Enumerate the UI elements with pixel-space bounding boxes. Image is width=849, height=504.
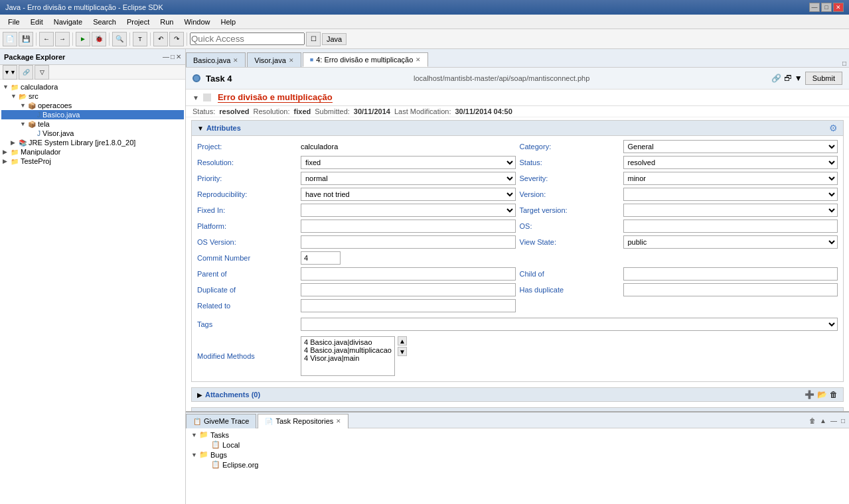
link-with-editor-btn[interactable]: 🔗: [19, 65, 33, 80]
tree-item-calculadora[interactable]: ▼ 📁 calculadora: [1, 82, 184, 92]
parent-of-input[interactable]: [301, 267, 516, 281]
attachments-actions: ➕ 📂 🗑: [805, 390, 838, 399]
tree-label-manipulador: Manipulador: [21, 148, 61, 156]
undo-btn[interactable]: ↶: [153, 32, 168, 46]
lower-tree-eclipse[interactable]: 📋 Eclipse.org: [190, 460, 845, 470]
submit-button[interactable]: Submit: [805, 72, 842, 85]
giveme-tab-icon: 📋: [193, 418, 201, 425]
view-state-select[interactable]: public: [623, 235, 838, 249]
collapse-attributes-btn[interactable]: ▼: [197, 125, 204, 132]
minimize-btn[interactable]: —: [809, 3, 820, 12]
tree-item-testeproj[interactable]: ▶ 📁 TesteProj: [1, 157, 184, 166]
tags-select[interactable]: [301, 318, 838, 331]
reproducibility-select[interactable]: have not tried: [301, 188, 516, 201]
tree-item-jre[interactable]: ▶ 📚 JRE System Library [jre1.8.0_20]: [1, 138, 184, 147]
status-select[interactable]: resolved: [623, 156, 838, 169]
debug-btn[interactable]: 🐞: [92, 32, 106, 46]
menu-project[interactable]: Project: [121, 17, 155, 27]
commit-number-input[interactable]: [301, 251, 341, 265]
java-perspective-label[interactable]: Java: [322, 33, 347, 45]
tree-item-visor[interactable]: J Visor.java: [1, 129, 184, 138]
forward-btn[interactable]: →: [55, 32, 70, 46]
search-btn[interactable]: 🔍: [112, 32, 127, 46]
new-btn[interactable]: 📄: [3, 32, 17, 46]
resolution-select[interactable]: fixed: [301, 156, 516, 169]
lower-panel-up-btn[interactable]: ▲: [818, 417, 828, 424]
tab-task4[interactable]: ■ 4: Erro divisão e multiplicação ✕: [303, 52, 429, 67]
reproducibility-field: have not tried: [301, 188, 516, 201]
lower-tab-task-repos[interactable]: 📄 Task Repositories ✕: [258, 414, 348, 428]
tree-item-manipulador[interactable]: ▶ 📁 Manipulador: [1, 147, 184, 157]
back-btn[interactable]: ←: [39, 32, 54, 46]
pkg-menu-btn[interactable]: ▽: [35, 65, 49, 80]
modified-methods-container: 4 Basico.java|divisao 4 Basico.java|mult…: [301, 336, 838, 376]
child-of-input[interactable]: [623, 267, 838, 281]
menu-help[interactable]: Help: [216, 17, 242, 27]
version-select[interactable]: [623, 188, 838, 201]
target-version-select[interactable]: [623, 204, 838, 217]
tab-visor-java[interactable]: Visor.java ✕: [247, 52, 301, 67]
lower-tree-local[interactable]: 📋 Local: [190, 440, 845, 450]
panel-maximize-btn[interactable]: □: [171, 53, 175, 60]
close-btn[interactable]: ✕: [833, 3, 844, 12]
category-select[interactable]: General: [623, 140, 838, 153]
view-state-label: View State:: [520, 235, 619, 249]
collapse-all-btn[interactable]: ▼▼: [3, 65, 17, 80]
lower-panel-delete-btn[interactable]: 🗑: [808, 417, 817, 424]
task-arrow-icon[interactable]: ▼: [795, 74, 803, 83]
severity-select[interactable]: minor: [623, 172, 838, 185]
attributes-settings-icon[interactable]: ⚙: [829, 123, 838, 133]
attach-delete-icon[interactable]: 🗑: [830, 390, 838, 399]
attach-add-icon[interactable]: ➕: [805, 390, 814, 399]
menu-file[interactable]: File: [3, 17, 25, 27]
tree-item-basico[interactable]: J Basico.java: [1, 110, 184, 119]
lower-panel-minimize-btn[interactable]: —: [829, 417, 838, 424]
os-version-input[interactable]: [301, 235, 516, 249]
maximize-btn[interactable]: □: [821, 3, 832, 12]
expand-manipulador: ▶: [3, 149, 11, 155]
tree-label-operacoes: operacoes: [38, 101, 72, 109]
tab-basico-java[interactable]: Basico.java ✕: [186, 52, 246, 67]
lower-tab-close-btn[interactable]: ✕: [336, 418, 341, 424]
redo-btn[interactable]: ↷: [169, 32, 184, 46]
collapse-title-btn[interactable]: ▼: [193, 94, 199, 101]
tab-task4-close[interactable]: ✕: [416, 56, 421, 63]
duplicate-of-input[interactable]: [301, 283, 516, 296]
tree-item-operacoes[interactable]: ▼ 📦 operacoes: [1, 101, 184, 110]
menu-navigate[interactable]: Navigate: [48, 17, 88, 27]
menu-search[interactable]: Search: [88, 17, 121, 27]
tags-label: Tags: [197, 318, 297, 331]
task-browser-icon[interactable]: 🗗: [784, 74, 792, 83]
mm-scroll-up[interactable]: ▲: [398, 336, 407, 346]
perspective-btn[interactable]: ☐: [306, 32, 321, 46]
mm-scroll-down[interactable]: ▼: [398, 347, 407, 356]
menu-window[interactable]: Window: [179, 17, 215, 27]
menu-run[interactable]: Run: [155, 17, 179, 27]
quick-access-input[interactable]: [190, 32, 305, 45]
priority-select[interactable]: normal: [301, 172, 516, 185]
fixed-in-select[interactable]: [301, 204, 516, 217]
lower-panel: 📋 GiveMe Trace 📄 Task Repositories ✕ 🗑 ▲…: [186, 411, 849, 504]
panel-minimize-btn[interactable]: —: [163, 53, 169, 60]
attach-folder-icon[interactable]: 📂: [817, 390, 827, 399]
has-duplicate-input[interactable]: [623, 283, 838, 296]
panel-close-btn[interactable]: ✕: [176, 53, 181, 60]
related-to-input[interactable]: [301, 299, 516, 312]
tab-visor-close[interactable]: ✕: [289, 57, 294, 64]
lower-tree-bugs[interactable]: ▼ 📁 Bugs: [190, 450, 845, 460]
tree-item-src[interactable]: ▼ 📂 src: [1, 92, 184, 101]
menu-edit[interactable]: Edit: [25, 17, 48, 27]
platform-input[interactable]: [301, 220, 516, 233]
lower-tab-giveme[interactable]: 📋 GiveMe Trace: [186, 414, 256, 428]
os-input[interactable]: [623, 220, 838, 233]
lower-tree-tasks[interactable]: ▼ 📁 Tasks: [190, 430, 845, 440]
maximize-editor-btn[interactable]: □: [842, 60, 846, 67]
run-btn[interactable]: ►: [76, 32, 90, 46]
tree-item-tela[interactable]: ▼ 📦 tela: [1, 119, 184, 129]
collapse-attachments-btn[interactable]: ▶: [197, 391, 202, 399]
lower-panel-maximize-btn[interactable]: □: [840, 417, 846, 424]
save-btn[interactable]: 💾: [19, 32, 33, 46]
task-link-icon[interactable]: 🔗: [771, 74, 781, 83]
tab-basico-close[interactable]: ✕: [233, 57, 238, 64]
open-type-btn[interactable]: T: [133, 32, 147, 46]
